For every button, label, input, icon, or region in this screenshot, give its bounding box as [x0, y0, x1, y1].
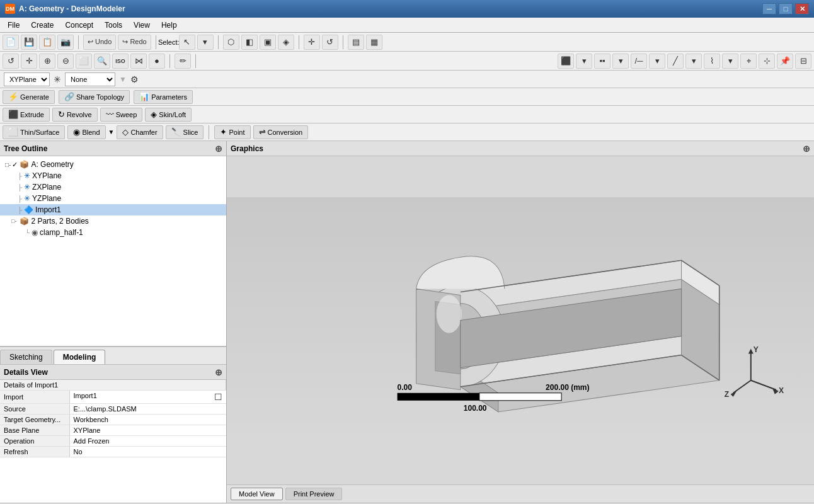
detail-row-baseplane[interactable]: Base Plane XYPlane [0, 425, 226, 436]
zoom-out-btn[interactable]: ⊖ [57, 54, 74, 69]
tree-item-import1-label: Import1 [35, 205, 61, 214]
new-button[interactable]: 📄 [3, 35, 19, 50]
expand-geometry-icon[interactable]: □- [5, 161, 11, 168]
blend-dropdown-icon[interactable]: ▼ [108, 129, 115, 135]
menu-tools[interactable]: Tools [100, 20, 127, 31]
menu-file[interactable]: File [3, 20, 25, 31]
tree-item-zxplane[interactable]: ├ ✳ ZXPlane [0, 181, 226, 193]
extra-btn1[interactable]: ▤ [348, 35, 364, 50]
detail-checkbox-import[interactable]: ☐ [214, 392, 222, 402]
select-mode2-btn[interactable]: ▾ [197, 35, 214, 50]
display-btn3[interactable]: ▪▪ [594, 54, 610, 69]
tree-item-parts-label: 2 Parts, 2 Bodies [31, 217, 88, 226]
select-mode-btn[interactable]: ↖ [179, 35, 195, 50]
extra-view-btn[interactable]: ⊟ [795, 54, 811, 69]
tree-item-parts[interactable]: □- 📦 2 Parts, 2 Bodies [0, 215, 226, 227]
tree-item-import1[interactable]: ├ 🔷 Import1 [0, 204, 226, 215]
prev-view-btn[interactable]: ⋈ [130, 54, 147, 69]
menu-create[interactable]: Create [26, 20, 59, 31]
tree-item-yzplane[interactable]: ├ ✳ YZPlane [0, 193, 226, 204]
tree-outline: Tree Outline ⊕ □- ✓ 📦 A: Geometry ├ ✳ XY [0, 141, 226, 346]
share-topology-icon: 🔗 [64, 92, 74, 101]
point-button[interactable]: ✦ Point [214, 125, 250, 139]
skinloft-button[interactable]: ◈ Skin/Loft [145, 108, 192, 122]
detail-row-operation[interactable]: Operation Add Frozen [0, 436, 226, 447]
menu-help[interactable]: Help [156, 20, 182, 31]
extrude-icon: ⬛ [8, 110, 18, 119]
line-btn1[interactable]: /─ [631, 54, 647, 69]
tree-item-geometry[interactable]: □- ✓ 📦 A: Geometry [0, 159, 226, 170]
zoom-fit-btn[interactable]: 🔍 [94, 54, 110, 69]
point-btn[interactable]: ● [149, 54, 165, 69]
extra-btn2[interactable]: ▦ [366, 35, 382, 50]
thin-surface-button[interactable]: ⬜ Thin/Surface [3, 125, 65, 139]
fit-all-btn[interactable]: ↺ [3, 54, 19, 69]
tab-print-preview[interactable]: Print Preview [285, 488, 343, 500]
tree-pin-icon[interactable]: ⊕ [215, 144, 222, 154]
extrude-button[interactable]: ⬛ Extrude [3, 108, 50, 122]
zoom-box-btn[interactable]: ⬜ [76, 54, 92, 69]
tab-model-view[interactable]: Model View [231, 488, 283, 500]
detail-row-refresh[interactable]: Refresh No [0, 447, 226, 457]
second-dropdown[interactable]: None [65, 72, 115, 86]
blend-button[interactable]: ◉ Blend [67, 125, 105, 139]
rule-btn2[interactable]: ▾ [722, 54, 738, 69]
display-btn1[interactable]: ⬛ [558, 54, 574, 69]
parameters-button[interactable]: 📊 Parameters [134, 90, 193, 104]
app-icon: DM [5, 4, 15, 14]
select-vertex-btn[interactable]: ◈ [278, 35, 294, 50]
maximize-button[interactable]: □ [779, 3, 793, 14]
select-edge-btn[interactable]: ▣ [260, 35, 276, 50]
sketch-btn[interactable]: ✏ [175, 54, 191, 69]
detail-row-import[interactable]: Import Import1 ☐ [0, 391, 226, 404]
rule-btn1[interactable]: ⌇ [704, 54, 720, 69]
undo-button[interactable]: ↩ Undo [83, 35, 116, 50]
edge-btn2[interactable]: ▾ [685, 54, 702, 69]
save-as-button[interactable]: 📋 [39, 35, 55, 50]
edge-btn1[interactable]: ╱ [667, 54, 684, 69]
tab-modeling[interactable]: Modeling [54, 350, 106, 364]
display-btn2[interactable]: ▾ [576, 54, 592, 69]
iso-btn[interactable]: ISO [112, 54, 129, 69]
screenshot-button[interactable]: 📷 [57, 35, 74, 50]
generate-button[interactable]: ⚡ Generate [3, 90, 55, 104]
pin-btn[interactable]: 📌 [777, 54, 793, 69]
graphics-pin-icon[interactable]: ⊕ [803, 144, 810, 154]
close-button[interactable]: ✕ [795, 3, 809, 14]
detail-row-source[interactable]: Source E:...\clamp.SLDASM [0, 404, 226, 415]
graphics-title: Graphics [231, 144, 263, 153]
revolve-button[interactable]: ↻ Revolve [52, 108, 98, 122]
tab-sketching[interactable]: Sketching [0, 350, 52, 364]
line-btn2[interactable]: ▾ [649, 54, 665, 69]
tab-strip: Sketching Modeling [0, 346, 226, 364]
pan-btn[interactable]: ✛ [21, 54, 37, 69]
tree-item-clamp[interactable]: └ ◉ clamp_half-1 [0, 227, 226, 238]
expand-parts-icon[interactable]: □- [11, 218, 16, 224]
axis-btn[interactable]: ⊹ [759, 54, 775, 69]
menu-view[interactable]: View [129, 20, 155, 31]
details-pin-icon[interactable]: ⊕ [215, 367, 222, 377]
rotate-btn[interactable]: ↺ [322, 35, 338, 50]
plane-orient-icon[interactable]: ✳ [54, 74, 61, 84]
conversion-button[interactable]: ⇌ Conversion [253, 125, 309, 139]
detail-row-target[interactable]: Target Geometry... Workbench [0, 415, 226, 425]
menu-concept[interactable]: Concept [60, 20, 98, 31]
plane-dropdown[interactable]: XYPlane [4, 72, 50, 86]
sweep-button[interactable]: 〰 Sweep [100, 108, 143, 122]
frame-btn[interactable]: ⌖ [740, 54, 757, 69]
tree-item-xyplane[interactable]: ├ ✳ XYPlane [0, 170, 226, 181]
display-btn4[interactable]: ▾ [612, 54, 629, 69]
select-body-btn[interactable]: ⬡ [223, 35, 239, 50]
chamfer-button[interactable]: ◇ Chamfer [117, 125, 163, 139]
detail-value-import: Import1 ☐ [69, 391, 226, 404]
move-btn[interactable]: ✛ [304, 35, 320, 50]
select-face-btn[interactable]: ◧ [241, 35, 258, 50]
slice-button[interactable]: 🔪 Slice [166, 125, 204, 139]
zoom-in-btn[interactable]: ⊕ [39, 54, 55, 69]
sketch-settings-icon[interactable]: ⚙ [130, 74, 139, 84]
graphics-content[interactable]: 0.00 200.00 (mm) 100.00 Y Z [227, 156, 814, 484]
share-topology-button[interactable]: 🔗 Share Topology [59, 90, 130, 104]
redo-button[interactable]: ↪ Redo [118, 35, 151, 50]
save-button[interactable]: 💾 [21, 35, 37, 50]
minimize-button[interactable]: ─ [762, 3, 776, 14]
